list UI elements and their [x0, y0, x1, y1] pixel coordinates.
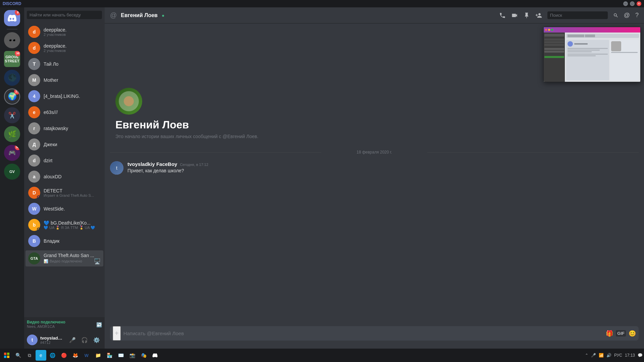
header-actions: @ ?	[499, 11, 639, 19]
voice-disconnect-button[interactable]: ↩️	[96, 322, 102, 327]
taskbar-arrow-up[interactable]: ⌃	[585, 353, 588, 358]
user-avatar: t	[27, 335, 38, 345]
server-separator	[7, 29, 17, 29]
avatar-mother: M	[28, 74, 40, 86]
store-button[interactable]: 🏪	[104, 350, 115, 361]
dm-name-detect: DETECT	[44, 188, 94, 193]
chat-input-container: + 🎁 GIF 😊	[110, 326, 639, 341]
call-button[interactable]	[499, 12, 506, 19]
dm-item-deepplace1[interactable]: d deepplace. 2 участников	[25, 24, 103, 40]
server-icon-discord-home[interactable]: 8	[4, 10, 20, 26]
at-icon: @	[110, 11, 117, 19]
dm-name-deepplace1: deepplace.	[44, 27, 67, 33]
server-icon-planet[interactable]: 🌑	[4, 70, 20, 86]
add-attachment-button[interactable]: +	[113, 326, 121, 341]
dm-item-dzirt[interactable]: d dzirt	[25, 153, 103, 169]
dm-name-alouxdd: alouxDD	[44, 174, 62, 179]
taskbar-mic-icon: 🎤	[591, 353, 596, 358]
mention-button[interactable]: @	[624, 12, 630, 19]
message-time-1: Сегодня, в 17:12	[180, 163, 208, 167]
avatar-detect: D	[28, 187, 40, 199]
dm-item-gta-san[interactable]: GTA Grand Theft Auto San ... 📊 Видео под…	[25, 250, 103, 266]
task-view-button[interactable]: ⧉	[24, 350, 35, 361]
dm-info-deepplace2: deepplace. 2 участников	[44, 43, 67, 53]
server-icon-scissors[interactable]: ✂️	[4, 107, 20, 123]
dm-info-ratajkowsky: ratajkowsky	[44, 126, 68, 131]
search-input[interactable]	[27, 11, 102, 19]
minimize-button[interactable]: ─	[623, 1, 628, 6]
avatar-gta-san: GTA	[28, 252, 40, 264]
voice-bar: Видео подключено Nees, AM3R1CA ↩️	[24, 317, 105, 331]
ss-dot-close	[545, 29, 547, 31]
search-header-button[interactable]	[613, 13, 619, 18]
server-icon-green[interactable]: 🌿	[4, 126, 20, 142]
dm-name-bgdeathlike: 💙 bG.DeathLike(Ko...	[44, 220, 95, 226]
dm-item-vladik[interactable]: В Владик	[25, 233, 103, 249]
taskbar-btn-6[interactable]: 🎭	[138, 350, 149, 361]
server-icon-s[interactable]: 🌍 27	[4, 88, 20, 105]
dm-item-bgdeathlike[interactable]: b 💙 bG.DeathLike(Ko... 💙 UA 🎖️ Я ЗА ТТМ …	[25, 217, 103, 233]
help-button[interactable]: ?	[635, 12, 639, 19]
dm-item-mother[interactable]: M Mother	[25, 72, 103, 88]
screen-share-preview[interactable]	[543, 27, 641, 82]
dm-item-tailo[interactable]: Т Тай Ло	[25, 56, 103, 72]
discord-taskbar-button[interactable]	[150, 350, 160, 361]
mail-button[interactable]: ✉️	[115, 350, 126, 361]
dm-item-e63s[interactable]: e e63s///	[25, 104, 103, 120]
deafen-button[interactable]: 🎧	[79, 335, 90, 345]
dm-info-deepplace1: deepplace. 2 участников	[44, 27, 67, 37]
chrome-button[interactable]: 🔴	[58, 350, 69, 361]
pin-button[interactable]	[523, 12, 530, 19]
dm-info-vladik: Владик	[44, 238, 59, 244]
taskbar-btn-5[interactable]: 📸	[127, 350, 138, 361]
gif-button[interactable]: GIF	[616, 330, 626, 337]
dm-item-detect[interactable]: D DETECT Играет в Grand Theft Auto S...	[25, 185, 103, 201]
search-input-header[interactable]	[547, 11, 608, 19]
server-icon-grove-street[interactable]: GROVESTREET 38	[4, 51, 20, 67]
search-taskbar-button[interactable]: 🔍	[13, 350, 23, 361]
server-badge-game: 55	[15, 145, 20, 150]
ss-dot-min	[548, 29, 550, 31]
dm-name-tailo: Тай Ло	[44, 61, 58, 67]
gift-button[interactable]: 🎁	[606, 330, 613, 337]
chat-messages: Евгений Лоев Это начало истории ваших ли…	[105, 23, 644, 326]
dm-info-gta-san: Grand Theft Auto San ... 📊 Видео подключ…	[44, 253, 101, 264]
dm-name-4brata: [4_brata].LIKING.	[44, 94, 80, 99]
taskbar-notification[interactable]: 💬	[638, 353, 643, 358]
user-controls: 🎤 🎧 ⚙️	[67, 335, 102, 345]
edge-button[interactable]: e	[36, 350, 46, 361]
server-icon-gv[interactable]: GV	[4, 164, 20, 180]
explorer-button[interactable]: 📁	[93, 350, 103, 361]
word-button[interactable]: W	[81, 350, 92, 361]
message-input[interactable]	[123, 326, 603, 340]
ss-dot-max	[551, 29, 553, 31]
video-button[interactable]	[511, 12, 518, 19]
ie-button[interactable]: 🌐	[47, 350, 58, 361]
start-button[interactable]	[1, 350, 12, 361]
chat-input-area: + 🎁 GIF 😊	[105, 326, 644, 349]
dm-item-westside[interactable]: W WestSide.	[25, 201, 103, 217]
firefox-button[interactable]: 🦊	[70, 350, 80, 361]
dm-item-ratajkowsky[interactable]: r ratajkowsky	[25, 120, 103, 136]
date-divider: 18 февраля 2020 г.	[110, 150, 639, 155]
screen-share-inner	[544, 27, 640, 82]
dm-item-dzheki[interactable]: Д Джеки	[25, 136, 103, 153]
close-button[interactable]: ✕	[637, 1, 641, 6]
app-title: DISCORD	[3, 1, 21, 6]
search-bar	[24, 7, 105, 22]
message-header-1: tvoysladkiy FaceBoy Сегодня, в 17:12	[127, 161, 639, 167]
settings-button[interactable]: ⚙️	[91, 335, 102, 345]
maximize-button[interactable]: □	[630, 1, 635, 6]
dm-item-deepplace2[interactable]: d deepplace. 2 участников	[25, 40, 103, 56]
mute-button[interactable]: 🎤	[67, 335, 78, 345]
dm-item-alouxdd[interactable]: a alouxDD	[25, 169, 103, 185]
dm-item-4brata[interactable]: 4 [4_brata].LIKING.	[25, 88, 103, 104]
avatar-e63s: e	[28, 106, 40, 118]
dm-info-bgdeathlike: 💙 bG.DeathLike(Ko... 💙 UA 🎖️ Я ЗА ТТМ 🎖️…	[44, 220, 95, 230]
user-tag: #4712	[40, 341, 64, 345]
add-friend-button[interactable]	[535, 12, 542, 19]
emoji-button[interactable]: 😊	[629, 330, 636, 337]
profile-avatar	[115, 88, 142, 115]
server-icon-game[interactable]: 🎮 55	[4, 145, 20, 161]
server-icon-user1[interactable]: 🕶️	[4, 32, 20, 48]
